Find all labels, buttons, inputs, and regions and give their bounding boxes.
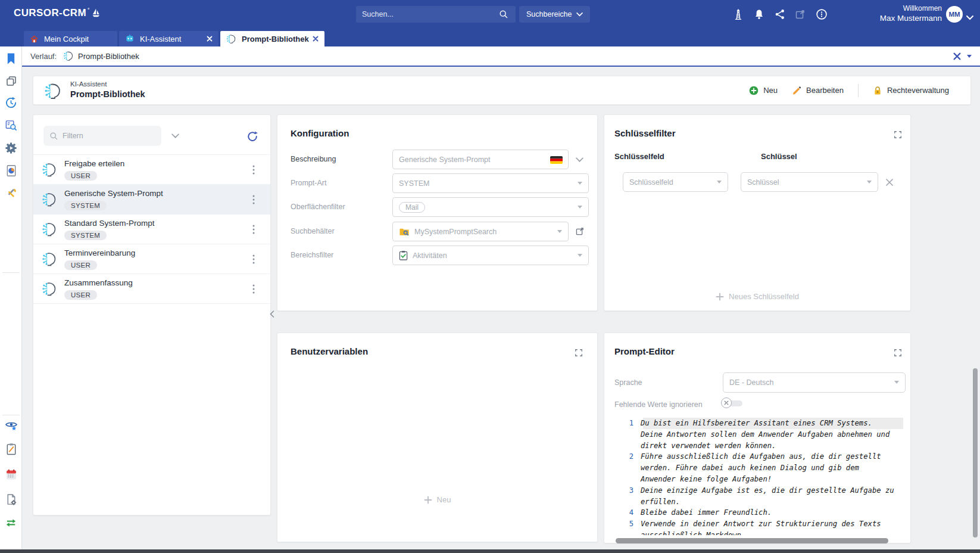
column-label-schluesselfeld: Schlüsselfeld [614,152,664,161]
history-clock-icon[interactable] [1,93,21,113]
plus-icon [716,293,724,301]
schluessel-placeholder: Schlüssel [747,178,779,187]
suchbehaelter-select[interactable]: MySystemPromptSearch [392,222,569,241]
share-icon[interactable] [774,8,786,23]
list-item[interactable]: Standard System-Prompt SYSTEM [33,214,270,244]
schluessel-select[interactable]: Schlüssel [741,172,878,192]
language-label: Sprache [614,372,642,393]
prompt-code-editor[interactable]: 1Du bist ein Hilfsbereiter Assitant eine… [614,418,903,535]
beschreibung-expand-chevron-icon[interactable] [576,157,583,163]
avatar[interactable]: MM [946,6,963,23]
close-icon[interactable] [313,36,319,42]
filter-chip[interactable]: Mail [399,202,425,213]
kebab-menu-icon[interactable] [252,225,255,234]
list-item[interactable]: Terminvereinbarung USER [33,244,270,274]
history-dropdown-icon[interactable] [967,55,972,58]
kebab-menu-icon[interactable] [252,165,255,175]
close-icon[interactable] [207,36,213,42]
notifications-bell-icon[interactable] [753,8,765,23]
app-window: CURSOR-CRM° Suchbereiche [0,0,980,553]
benutzervariablen-panel: Benutzervariablen Neu [277,333,598,542]
history-bar: Verlauf: Prompt-Bibliothek [22,46,980,66]
user-menu-chevron-icon[interactable] [966,12,973,23]
beschreibung-value: Generische System-Prompt [399,156,491,164]
lighthouse-icon[interactable] [732,8,744,23]
tab-label: Mein Cockpit [44,35,89,44]
watch-eye-icon[interactable] [1,415,21,435]
list-item[interactable]: Zusammenfassung USER [33,274,270,303]
process-gear-icon[interactable] [1,138,21,158]
dropdown-caret-icon [717,181,722,184]
maximize-icon[interactable] [575,349,583,357]
open-search-external-icon[interactable] [575,226,585,236]
bereichsfilter-select[interactable]: Aktivitäten [392,246,589,265]
welcome-block: Willkommen Max Mustermann [834,4,942,23]
dropdown-caret-icon [578,182,582,185]
filter-expand-chevron-icon[interactable] [171,133,179,139]
dropdown-caret-icon [578,206,582,209]
list-item-title: Zusammenfassung [64,278,133,287]
clipboard-edit-icon[interactable] [1,439,21,459]
sync-arrows-icon[interactable] [1,513,21,533]
suchbehaelter-value: MySystemPromptSearch [414,228,497,236]
global-search-input[interactable] [356,6,498,23]
dropdown-caret-icon [578,254,582,257]
list-item-selected[interactable]: Generische System-Prompt SYSTEM [33,184,270,214]
history-bar-underline [22,66,980,67]
close-history-icon[interactable] [953,52,961,60]
search-scopes-button[interactable]: Suchbereiche [519,6,590,23]
prompt-list-panel: Freigabe erteilen USER Generische System… [33,114,271,515]
edit-button[interactable]: Bearbeiten [792,86,844,95]
line-text: Verwende in deiner Antwort zur Strukturi… [641,518,896,535]
search-icon[interactable] [499,10,508,19]
new-button[interactable]: Neu [749,86,778,95]
schluesselfeld-select[interactable]: Schlüsselfeld [623,172,728,192]
remove-row-icon[interactable] [885,178,894,187]
add-schluesselfeld-button[interactable]: Neues Schlüsselfeld [604,292,910,301]
line-text: Deine einzige Aufgabe ist es, die dir ge… [641,485,896,508]
kebab-menu-icon[interactable] [252,284,255,294]
actions-divider [858,84,859,97]
refresh-icon[interactable] [246,131,258,142]
german-flag-icon [550,156,563,164]
prompt-art-value: SYSTEM [399,179,429,188]
maximize-icon[interactable] [894,131,902,139]
oberflaechenfilter-select[interactable]: Mail [392,197,589,217]
tools-icon[interactable] [1,184,21,203]
maximize-icon[interactable] [894,349,902,357]
ai-head-icon [226,34,236,44]
report-pie-icon[interactable] [1,161,21,181]
kebab-menu-icon[interactable] [252,254,255,264]
search-document-icon[interactable] [1,116,21,135]
tab-prompt-bibliothek[interactable]: Prompt-Bibliothek [220,31,324,46]
external-window-icon[interactable] [794,8,806,23]
page-vertical-scrollbar[interactable] [973,368,978,538]
tab-mein-cockpit[interactable]: Mein Cockpit [24,31,117,46]
global-search [356,6,516,23]
document-settings-icon[interactable] [1,490,21,509]
panel-collapse-handle[interactable] [269,310,275,321]
windows-layers-icon[interactable] [1,71,21,91]
list-item[interactable]: Freigabe erteilen USER [33,154,270,184]
language-select[interactable]: DE - Deutsch [723,372,906,393]
prompt-art-select[interactable]: SYSTEM [392,173,589,193]
info-icon[interactable] [815,8,828,23]
calendar-icon[interactable] [1,464,21,484]
pencil-icon [792,86,801,95]
filter-input[interactable] [43,126,161,146]
kebab-menu-icon[interactable] [252,195,255,204]
rights-button-label: Rechteverwaltung [887,86,949,95]
editor-line: 4Bleibe dabei immer Freundlich. [614,507,903,518]
prompt-editor-panel: Prompt-Editor Sprache DE - Deutsch Fehle… [604,333,911,543]
panel-title: Konfiguration [291,128,349,138]
add-benutzervariable-button[interactable]: Neu [277,495,597,504]
checklist-icon [399,250,408,260]
beschreibung-input[interactable]: Generische System-Prompt [392,150,569,169]
bookmark-icon[interactable] [1,49,21,69]
prompt-list: Freigabe erteilen USER Generische System… [33,154,270,304]
history-item[interactable]: Prompt-Bibliothek [78,52,139,61]
rights-button[interactable]: Rechteverwaltung [873,86,949,95]
editor-horizontal-scrollbar[interactable] [616,538,888,543]
ignore-missing-toggle[interactable] [721,397,745,408]
tab-ki-assistent[interactable]: KI-Assistent [119,31,219,46]
